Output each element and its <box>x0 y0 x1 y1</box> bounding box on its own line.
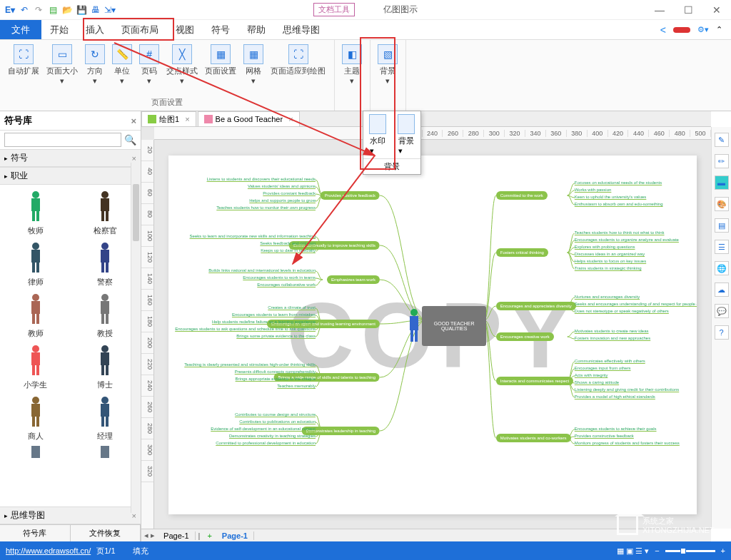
mindmap-leaf[interactable]: Brings some private evidence to the clas… <box>236 334 316 338</box>
mindmap-leaf[interactable]: Shows a caring attitude <box>575 380 619 385</box>
status-url[interactable]: http://www.edrawsoft.cn/ <box>6 546 91 555</box>
tab-start[interactable]: 开始 <box>41 20 77 39</box>
mindmap-leaf[interactable]: Evidence of self-development in an educa… <box>211 427 316 431</box>
view-mode-icons[interactable]: ▦ ▣ ☰ ▾ <box>617 546 649 556</box>
mindmap-leaf[interactable]: Fosters innovation and new approaches <box>575 336 650 340</box>
symbol-item[interactable]: 经理 <box>74 394 137 442</box>
export-icon[interactable]: ⇲▾ <box>104 4 116 16</box>
mindmap-leaf[interactable]: Motivates students to create new ideas <box>575 329 649 333</box>
symbol-item[interactable]: 教授 <box>74 292 137 339</box>
symbol-item[interactable]: 牧师 <box>4 189 67 236</box>
mindmap-branch-node[interactable]: Committed to the work <box>496 191 548 200</box>
svg-rect-23 <box>101 301 109 314</box>
mindmap-leaf[interactable]: Monitors progress of students and foster… <box>575 441 680 445</box>
mindmap-branch-node[interactable]: Fosters critical thinking <box>496 248 548 257</box>
undo-icon[interactable]: ↶ <box>19 4 30 16</box>
mindmap-leaf[interactable]: Help students redefine failure as a lear… <box>212 320 316 324</box>
tool-edit[interactable]: ✏ <box>715 154 729 168</box>
collapse-ribbon-icon[interactable]: ⌃ <box>716 25 722 34</box>
mindmap-leaf[interactable]: Contributes to publications on education <box>239 419 316 424</box>
mindmap-leaf[interactable]: Helps students to focus on key issues <box>575 259 646 263</box>
ribbon-page-size[interactable]: ▭页面大小▾ <box>45 43 79 87</box>
mindmap-branch-node[interactable]: Motivates students and co-workers <box>496 434 571 442</box>
mindmap-leaf[interactable]: Creates a climate of trust <box>268 305 316 310</box>
mindmap-leaf[interactable]: Nurtures and encourages diversity <box>575 295 640 299</box>
tool-globe[interactable]: 🌐 <box>715 261 729 275</box>
mindmap-leaf[interactable]: Enthusiasm to absorb own and edu-somethi… <box>575 202 663 206</box>
panel-tab-recovery[interactable]: 文件恢复 <box>71 525 141 541</box>
tool-help[interactable]: ? <box>715 325 729 340</box>
mindmap-leaf[interactable]: Communicates effectively with others <box>575 359 645 363</box>
mindmap-branch-node[interactable]: Interacts and communicates respect <box>496 377 573 385</box>
mindmap-leaf[interactable]: Keen to uphold the university's values <box>575 195 647 199</box>
panel-tab-library[interactable]: 符号库 <box>0 525 71 541</box>
mindmap-leaf[interactable]: Explores with probing questions <box>575 245 635 249</box>
mindmap-leaf[interactable]: Provides constructive feedback <box>575 434 634 438</box>
tool-fill[interactable]: ▬ <box>715 175 729 190</box>
symbol-item[interactable] <box>74 446 137 460</box>
symbol-item[interactable]: 律师 <box>4 240 67 287</box>
symbol-item[interactable]: 博士 <box>74 343 137 390</box>
mindmap-leaf[interactable]: Teaching is clearly presented and stimul… <box>184 362 316 367</box>
mindmap-leaf[interactable]: Listening deeply and giving credit for t… <box>575 387 679 392</box>
mindmap-leaf[interactable]: Seeks and encourages understanding of an… <box>575 302 697 306</box>
symbol-item[interactable] <box>4 446 67 460</box>
file-menu[interactable]: 文件 <box>0 20 41 39</box>
mindmap-leaf[interactable]: Encourages students to organize analyze … <box>575 238 679 242</box>
mindmap-leaf[interactable]: Contributes to course design and structu… <box>235 412 316 417</box>
mindmap-leaf[interactable]: Teaches memorably <box>277 384 316 388</box>
mindmap-leaf[interactable]: Encourages students to ask questions and… <box>175 327 316 331</box>
mindmap-leaf[interactable]: Does not stereotype or speak negatively … <box>575 309 669 313</box>
tool-theme[interactable]: 🎨 <box>715 197 729 211</box>
close-button[interactable]: ✕ <box>702 0 731 20</box>
page-tab-1b[interactable]: Page-1 <box>216 531 254 540</box>
background-option[interactable]: 背景▾ <box>392 111 420 158</box>
tool-pointer[interactable]: ✎ <box>715 133 729 147</box>
mindmap-leaf[interactable]: Teaches students how to think not what t… <box>575 230 665 235</box>
share-icon[interactable]: < <box>660 24 666 36</box>
mindmap-leaf[interactable]: Encourages input from others <box>575 366 631 370</box>
ribbon-auto-expand[interactable]: ⛶自动扩展 <box>6 43 41 78</box>
zoom-out-icon[interactable]: − <box>655 546 659 555</box>
minimize-button[interactable]: — <box>645 0 674 20</box>
mindmap-leaf[interactable]: Brings appropriate evidence to the criti… <box>236 377 316 381</box>
tool-layers[interactable]: ▤ <box>715 218 729 233</box>
symbol-item[interactable]: 教师 <box>4 292 67 339</box>
tool-cloud[interactable]: ☁ <box>715 282 729 297</box>
mindmap-leaf[interactable]: Provides a model of high ethical standar… <box>575 394 655 399</box>
mindmap-leaf[interactable]: Trains students in strategic thinking <box>575 266 642 270</box>
mindmap-branch-node[interactable]: Encourages and appreciates diversity <box>496 302 576 310</box>
symbol-item[interactable]: 商人 <box>4 394 67 442</box>
zoom-slider[interactable] <box>665 550 715 552</box>
mindmap-branch-node[interactable]: Encourages creative work <box>496 332 554 341</box>
svg-point-38 <box>101 397 109 404</box>
doc-tools-tab[interactable]: 文档工具 <box>313 3 355 16</box>
new-icon[interactable]: ▤ <box>47 4 59 16</box>
tool-outline[interactable]: ☰ <box>715 240 729 254</box>
mindmap-leaf[interactable]: Committed to professional development in… <box>216 441 316 445</box>
add-page-button[interactable]: + <box>203 531 216 540</box>
svg-rect-27 <box>31 352 40 365</box>
tool-comment[interactable]: 💬 <box>715 304 729 318</box>
mindmap-leaf[interactable]: Acts with integrity <box>575 373 608 377</box>
open-icon[interactable]: 📂 <box>61 4 73 16</box>
symbol-item[interactable]: 小学生 <box>4 343 67 390</box>
mindmap-leaf[interactable]: Presents difficult concepts comprehensib… <box>235 370 316 374</box>
save-icon[interactable]: 💾 <box>76 4 87 16</box>
mindmap-leaf[interactable]: Works with passion <box>575 188 612 192</box>
redo-icon[interactable]: ↷ <box>33 4 44 16</box>
mindmap-leaf[interactable]: Demonstrates creativity in teaching stra… <box>229 434 316 438</box>
mindmap-center-node[interactable]: GOOD TEACHER QUALITIES <box>422 306 486 346</box>
page-nav-prev[interactable]: ◂ ▸ <box>141 531 158 540</box>
page-tab-1[interactable]: Page-1 <box>158 531 195 540</box>
settings-icon[interactable]: ⚙▾ <box>697 25 709 34</box>
mindmap-leaf[interactable]: Encourages students to achieve their goa… <box>575 427 657 431</box>
mindmap-leaf[interactable]: Encourages students to learn from mistak… <box>232 312 316 317</box>
zoom-in-icon[interactable]: + <box>721 546 725 555</box>
maximize-button[interactable]: ☐ <box>674 0 702 20</box>
section-mindmap[interactable]: ▸思维导图× <box>0 506 141 524</box>
color-palette[interactable] <box>158 546 610 555</box>
mindmap-leaf[interactable]: Discusses ideas in an organized way <box>575 252 645 256</box>
print-icon[interactable]: 🖶 <box>90 4 101 16</box>
mindmap-leaf[interactable]: Focuses on educational needs of the stud… <box>575 180 662 185</box>
